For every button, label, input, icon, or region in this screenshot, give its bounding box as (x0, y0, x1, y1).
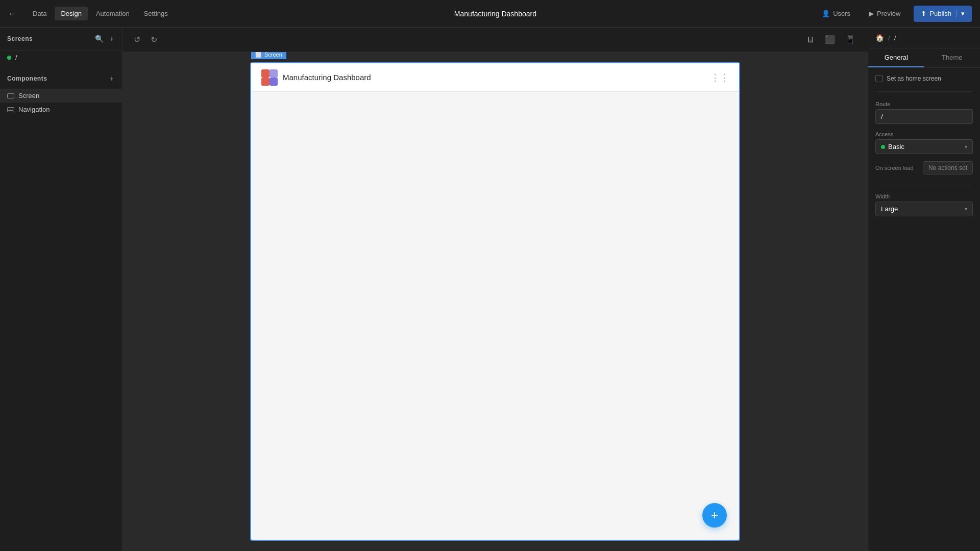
nav-tabs: Data Design Automation Settings (27, 7, 174, 20)
canvas-area: ↺ ↻ 🖥 ⬛ 📱 ⬜ Screen (122, 28, 868, 551)
screen-frame: ⬜ Screen Manufacturing Dashboard ⋮⋮ (250, 62, 740, 541)
access-value: Basic (881, 143, 904, 151)
nav-right: 👤 Users ▶ Preview ⬆ Publish ▾ (817, 6, 972, 22)
breadcrumb-text: / (894, 34, 896, 42)
width-field: Width Large ▾ (875, 193, 973, 216)
undo-button[interactable]: ↺ (131, 33, 143, 46)
top-navigation: ← Data Design Automation Settings Manufa… (0, 0, 980, 28)
screens-actions: 🔍 + (94, 34, 115, 44)
toolbar-left: ↺ ↻ (131, 33, 160, 46)
tab-general[interactable]: General (868, 48, 924, 67)
tab-theme[interactable]: Theme (924, 48, 981, 67)
canvas-toolbar: ↺ ↻ 🖥 ⬛ 📱 (122, 28, 868, 52)
screen-label-text: Screen (264, 52, 282, 58)
screens-header: Screens 🔍 + (0, 28, 122, 51)
add-component-icon[interactable]: + (109, 73, 115, 84)
navigation-component-label: Navigation (18, 106, 50, 113)
page-title: Manufacturing Dashboard (454, 10, 536, 18)
toolbar-right: 🖥 ⬛ 📱 (802, 33, 860, 46)
access-field: Access Basic ▾ (875, 131, 973, 154)
right-panel: 🏠 / / General Theme Set as home screen R… (868, 28, 980, 551)
width-chevron-down-icon: ▾ (965, 206, 967, 212)
screen-body (251, 92, 739, 439)
components-title: Components (7, 75, 47, 82)
home-screen-label: Set as home screen (887, 75, 941, 82)
canvas-content: ⬜ Screen Manufacturing Dashboard ⋮⋮ (122, 52, 868, 551)
add-screen-icon[interactable]: + (109, 34, 115, 44)
sidebar-item-home[interactable]: / (0, 51, 122, 64)
width-select[interactable]: Large ▾ (875, 202, 973, 216)
screen-component-label: Screen (18, 92, 39, 99)
panel-body: Set as home screen Route Access Basic ▾ (868, 68, 980, 223)
no-actions-button[interactable]: No actions set (923, 161, 973, 174)
screen-active-dot (7, 56, 11, 60)
access-label: Access (875, 131, 973, 137)
divider-1 (875, 91, 973, 92)
route-label: Route (875, 101, 973, 107)
home-screen-row: Set as home screen (875, 75, 973, 82)
nav-left: ← Data Design Automation Settings (8, 7, 174, 20)
preview-label: Preview (877, 10, 900, 17)
screen-header: Manufacturing Dashboard ⋮⋮ (251, 63, 739, 92)
divider-2 (875, 184, 973, 184)
nav-center: Manufacturing Dashboard (186, 10, 804, 18)
publish-icon: ⬆ (921, 10, 926, 17)
navigation-component-icon (7, 106, 14, 113)
screen-label-icon: ⬜ (255, 52, 261, 58)
screens-title: Screens (7, 35, 33, 42)
mobile-view-button[interactable]: 📱 (841, 33, 860, 46)
left-panel: Screens 🔍 + / Components + Screen Naviga… (0, 28, 122, 551)
access-dot (881, 145, 885, 149)
screen-name: / (15, 54, 17, 61)
width-label: Width (875, 193, 973, 199)
users-icon: 👤 (822, 10, 830, 17)
app-logo: Manufacturing Dashboard (261, 69, 371, 86)
breadcrumb-separator: / (888, 34, 890, 42)
component-item-navigation[interactable]: Navigation (0, 103, 122, 116)
on-screen-load-label: On screen load (875, 165, 914, 171)
right-panel-header: 🏠 / / (868, 28, 980, 48)
logo-square-4 (270, 78, 278, 86)
publish-button[interactable]: ⬆ Publish ▾ (914, 6, 972, 22)
access-text: Basic (888, 143, 904, 151)
components-section: Components + Screen Navigation (0, 68, 122, 116)
desktop-view-button[interactable]: 🖥 (802, 33, 819, 46)
tab-settings[interactable]: Settings (138, 7, 174, 20)
tablet-view-button[interactable]: ⬛ (821, 33, 839, 46)
home-icon: 🏠 (875, 34, 884, 42)
width-value: Large (881, 205, 898, 213)
preview-button[interactable]: ▶ Preview (864, 7, 905, 20)
screen-title: Manufacturing Dashboard (283, 73, 371, 82)
search-icon[interactable]: 🔍 (94, 34, 105, 44)
redo-button[interactable]: ↻ (148, 33, 160, 46)
tab-automation[interactable]: Automation (90, 7, 136, 20)
component-item-screen[interactable]: Screen (0, 89, 122, 103)
users-button[interactable]: 👤 Users (817, 7, 855, 20)
publish-dropdown-arrow[interactable]: ▾ (957, 10, 965, 17)
logo-square-1 (261, 69, 270, 78)
tab-design[interactable]: Design (55, 7, 87, 20)
grid-icon[interactable]: ⋮⋮ (710, 72, 729, 83)
add-fab-button[interactable]: + (702, 503, 727, 528)
users-label: Users (833, 10, 850, 17)
screen-label: ⬜ Screen (251, 52, 286, 59)
home-screen-checkbox[interactable] (875, 75, 883, 82)
logo-icon (261, 69, 278, 86)
access-chevron-down-icon: ▾ (965, 144, 967, 149)
components-header: Components + (0, 68, 122, 89)
screen-component-icon (7, 92, 14, 99)
publish-label: Publish (929, 10, 951, 17)
access-select[interactable]: Basic ▾ (875, 139, 973, 154)
tab-data[interactable]: Data (27, 7, 53, 20)
route-input[interactable] (875, 109, 973, 124)
logo-square-3 (261, 78, 270, 86)
logo-square-2 (270, 69, 278, 78)
panel-tabs: General Theme (868, 48, 980, 68)
back-button[interactable]: ← (8, 9, 16, 18)
preview-icon: ▶ (869, 10, 874, 17)
route-field: Route (875, 101, 973, 124)
on-screen-load-row: On screen load No actions set (875, 161, 973, 174)
main-layout: Screens 🔍 + / Components + Screen Naviga… (0, 28, 980, 551)
